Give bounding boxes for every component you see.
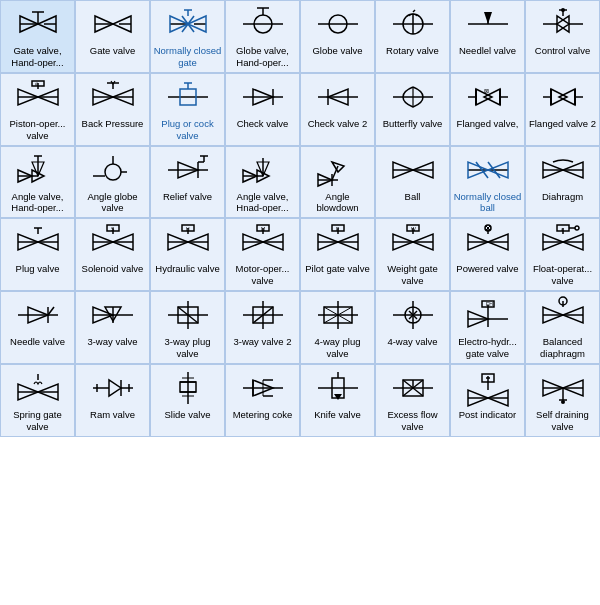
valve-cell-16[interactable]: Angle valve, Hand-oper... [0,146,75,219]
valve-cell-4[interactable]: Globe valve [300,0,375,73]
valve-label-15: Flanged valve 2 [529,118,596,130]
valve-icon-45 [387,369,439,407]
valve-cell-43[interactable]: Metering coke [225,364,300,437]
svg-point-161 [575,226,579,230]
valve-label-34: 3-way plug valve [153,336,222,360]
valve-cell-40[interactable]: Spring gate valve [0,364,75,437]
valve-label-36: 4-way plug valve [303,336,372,360]
valve-label-13: Butterfly valve [383,118,443,130]
valve-icon-25: S [87,223,139,261]
valve-icon-28: P [312,223,364,261]
valve-cell-35[interactable]: 3-way valve 2 [225,291,300,364]
valve-icon-10 [162,78,214,116]
valve-label-17: Angle globe valve [78,191,147,215]
valve-cell-28[interactable]: PPilot gate valve [300,218,375,291]
valve-label-8: Piston-oper... valve [3,118,72,142]
valve-icon-19 [237,151,289,189]
valve-cell-31[interactable]: # Float-operat... valve [525,218,600,291]
valve-cell-25[interactable]: SSolenoid valve [75,218,150,291]
valve-label-21: Ball [405,191,421,203]
valve-cell-36[interactable]: 4-way plug valve [300,291,375,364]
svg-point-82 [105,164,121,180]
svg-text:⊠: ⊠ [484,88,489,94]
valve-label-3: Globe valve, Hand-oper... [228,45,297,69]
valve-cell-41[interactable]: Ram valve [75,364,150,437]
valve-cell-33[interactable]: 3-way valve [75,291,150,364]
valve-cell-23[interactable]: Diahragm [525,146,600,219]
valve-cell-42[interactable]: Slide valve [150,364,225,437]
valve-cell-24[interactable]: Plug valve [0,218,75,291]
valve-cell-17[interactable]: Angle globe valve [75,146,150,219]
svg-marker-203 [109,380,121,396]
valve-cell-3[interactable]: Globe valve, Hand-oper... [225,0,300,73]
valve-icon-43 [237,369,289,407]
svg-text:#: # [35,81,38,87]
valve-cell-7[interactable]: Control valve [525,0,600,73]
valve-cell-1[interactable]: Gate valve [75,0,150,73]
valve-icon-38: EH [462,296,514,334]
valve-cell-6[interactable]: Needlel valve [450,0,525,73]
valve-cell-8[interactable]: #Piston-oper... valve [0,73,75,146]
valve-cell-18[interactable]: Relief valve [150,146,225,219]
valve-icon-31: # [537,223,589,261]
svg-marker-30 [484,12,492,24]
valve-label-25: Solenoid valve [82,263,144,275]
valve-icon-4 [312,5,364,43]
svg-marker-222 [334,394,342,400]
valve-cell-14[interactable]: ⊠Flanged valve, [450,73,525,146]
valve-icon-20 [312,151,364,189]
valve-grid: Gate valve, Hand-oper... Gate valve Norm… [0,0,600,437]
valve-cell-9[interactable]: Back Pressure [75,73,150,146]
valve-icon-23 [537,151,589,189]
valve-cell-38[interactable]: EHElectro-hydr... gate valve [450,291,525,364]
valve-cell-47[interactable]: Self draining valve [525,364,600,437]
valve-icon-22 [462,151,514,189]
valve-cell-11[interactable]: Check valve [225,73,300,146]
valve-label-12: Check valve 2 [308,118,368,130]
svg-line-165 [48,307,54,315]
valve-icon-21 [387,151,439,189]
valve-label-4: Globe valve [312,45,362,57]
valve-icon-1 [87,5,139,43]
valve-icon-32 [12,296,64,334]
valve-label-7: Control valve [535,45,590,57]
valve-cell-12[interactable]: Check valve 2 [300,73,375,146]
valve-icon-24 [12,223,64,261]
valve-cell-0[interactable]: Gate valve, Hand-oper... [0,0,75,73]
valve-label-2: Normally closed gate [153,45,222,69]
valve-cell-20[interactable]: Angle blowdown [300,146,375,219]
valve-label-22: Normally closed ball [453,191,522,215]
valve-cell-2[interactable]: Normally closed gate [150,0,225,73]
valve-icon-14: ⊠ [462,78,514,116]
valve-icon-8: # [12,78,64,116]
valve-label-24: Plug valve [16,263,60,275]
valve-cell-22[interactable]: Normally closed ball [450,146,525,219]
valve-icon-33 [87,296,139,334]
valve-cell-5[interactable]: Rotary valve [375,0,450,73]
valve-cell-29[interactable]: WWeight gate valve [375,218,450,291]
valve-label-42: Slide valve [165,409,211,421]
valve-label-26: Hydraulic valve [155,263,219,275]
valve-cell-37[interactable]: 4-way valve [375,291,450,364]
valve-cell-34[interactable]: 3-way plug valve [150,291,225,364]
valve-cell-30[interactable]: Powered valve [450,218,525,291]
valve-cell-44[interactable]: Knife valve [300,364,375,437]
valve-cell-32[interactable]: Needle valve [0,291,75,364]
valve-cell-46[interactable]: Post indicator [450,364,525,437]
valve-cell-45[interactable]: Excess flow valve [375,364,450,437]
valve-icon-34 [162,296,214,334]
valve-cell-13[interactable]: Butterfly valve [375,73,450,146]
valve-icon-30 [462,223,514,261]
valve-icon-46 [462,369,514,407]
valve-cell-19[interactable]: Angle valve, Hnad-oper... [225,146,300,219]
valve-cell-27[interactable]: MMotor-oper... valve [225,218,300,291]
valve-icon-15 [537,78,589,116]
valve-cell-39[interactable]: Balanced diaphragm [525,291,600,364]
valve-cell-15[interactable]: Flanged valve 2 [525,73,600,146]
valve-cell-21[interactable]: Ball [375,146,450,219]
valve-cell-10[interactable]: Plug or cock valve [150,73,225,146]
valve-label-19: Angle valve, Hnad-oper... [228,191,297,215]
valve-label-14: Flanged valve, [457,118,519,130]
valve-cell-26[interactable]: HHydraulic valve [150,218,225,291]
valve-label-47: Self draining valve [528,409,597,433]
